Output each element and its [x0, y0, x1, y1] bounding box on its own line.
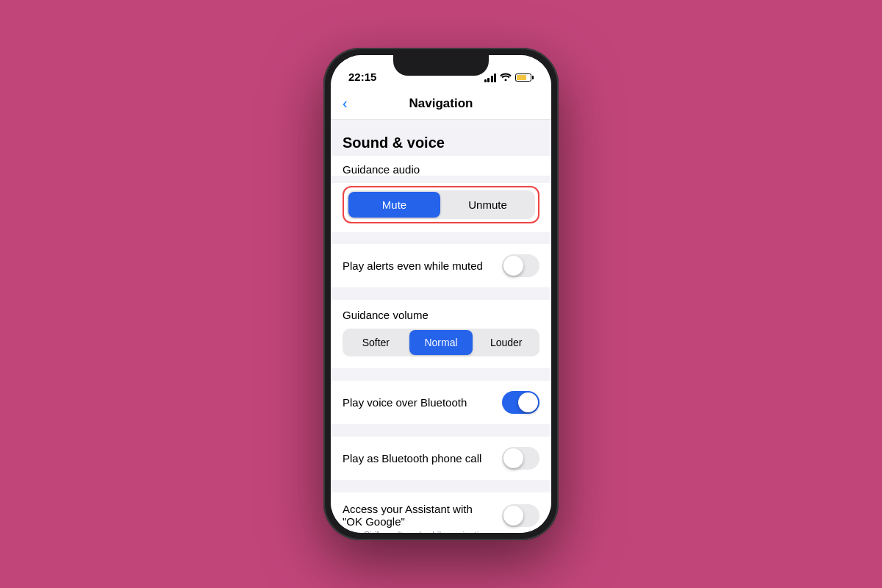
back-button[interactable]: ‹: [343, 95, 348, 112]
play-voice-bluetooth-row: Play voice over Bluetooth: [331, 381, 551, 424]
status-time: 22:15: [348, 71, 376, 83]
mute-control-container: Mute Unmute: [331, 183, 551, 232]
signal-icon: [484, 74, 497, 82]
sound-voice-header: Sound & voice: [331, 120, 551, 156]
mute-highlight-border: Mute Unmute: [343, 186, 539, 223]
spacer-5: [331, 481, 551, 492]
phone-screen: 22:15: [331, 55, 551, 533]
play-voice-bluetooth-toggle[interactable]: [502, 391, 539, 414]
notch: [393, 55, 489, 76]
content-area: Sound & voice Guidance audio Mute Unmute…: [331, 120, 551, 533]
status-icons: [484, 72, 534, 83]
normal-button[interactable]: Normal: [409, 330, 473, 355]
spacer-1: [331, 232, 551, 244]
play-alerts-toggle[interactable]: [502, 254, 539, 277]
mute-segmented-control: Mute Unmute: [347, 190, 535, 219]
play-voice-bluetooth-label: Play voice over Bluetooth: [343, 396, 502, 409]
play-alerts-label: Play alerts even while muted: [343, 259, 502, 272]
spacer-2: [331, 288, 551, 300]
guidance-audio-label: Guidance audio: [343, 163, 539, 176]
play-as-phone-call-toggle[interactable]: [502, 447, 539, 470]
guidance-volume-card: Guidance volume Softer Normal Louder: [331, 300, 551, 368]
volume-segmented-control: Softer Normal Louder: [343, 329, 539, 356]
wifi-icon: [500, 72, 512, 83]
spacer-4: [331, 425, 551, 437]
louder-button[interactable]: Louder: [474, 330, 538, 355]
ok-google-label: Access your Assistant with "OK Google" "…: [343, 503, 502, 533]
mute-button[interactable]: Mute: [348, 192, 440, 218]
ok-google-row: Access your Assistant with "OK Google" "…: [331, 492, 551, 533]
guidance-volume-label: Guidance volume: [343, 309, 539, 321]
phone-device: 22:15: [323, 48, 559, 540]
page-title: Navigation: [409, 96, 473, 111]
status-bar: 22:15: [331, 55, 551, 87]
softer-button[interactable]: Softer: [344, 330, 408, 355]
play-alerts-row: Play alerts even while muted: [331, 244, 551, 287]
unmute-button[interactable]: Unmute: [442, 192, 534, 218]
play-as-phone-call-label: Play as Bluetooth phone call: [343, 452, 502, 465]
ok-google-toggle[interactable]: [502, 504, 539, 527]
play-as-phone-call-row: Play as Bluetooth phone call: [331, 437, 551, 480]
battery-icon: [515, 74, 534, 82]
nav-header: ‹ Navigation: [331, 87, 551, 120]
spacer-3: [331, 369, 551, 381]
ok-google-description: "Hey Siri" won't work while navigating w…: [343, 530, 493, 533]
